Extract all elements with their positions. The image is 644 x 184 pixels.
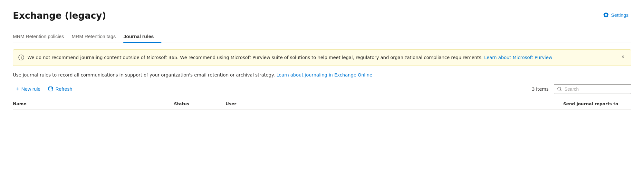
toolbar: + New rule Refresh 3 items	[13, 84, 631, 98]
header: Exchange (legacy) Settings	[13, 10, 631, 21]
column-send-to: Send journal reports to	[290, 101, 631, 106]
tab-mrm-policies[interactable]: MRM Retention policies	[13, 30, 72, 43]
tab-journal-rules[interactable]: Journal rules	[123, 30, 161, 43]
tab-mrm-tags[interactable]: MRM Retention tags	[72, 30, 123, 43]
banner-text: We do not recommend journaling content o…	[27, 54, 553, 61]
settings-label: Settings	[611, 12, 629, 18]
description: Use journal rules to record all communic…	[13, 72, 631, 78]
column-user: User	[226, 101, 290, 106]
banner-close-button[interactable]: ×	[620, 54, 626, 59]
page-title: Exchange (legacy)	[13, 10, 106, 21]
refresh-button[interactable]: Refresh	[45, 84, 76, 94]
search-icon	[557, 87, 562, 91]
gear-icon	[603, 12, 609, 18]
toolbar-left: + New rule Refresh	[13, 84, 75, 94]
column-status: Status	[174, 101, 226, 106]
search-box[interactable]	[554, 84, 631, 94]
page: Exchange (legacy) Settings MRM Retention…	[0, 0, 644, 184]
banner-link[interactable]: Learn about Microsoft Purview	[484, 55, 553, 60]
column-name: Name	[13, 101, 174, 106]
search-input[interactable]	[564, 87, 628, 92]
settings-button[interactable]: Settings	[600, 10, 631, 19]
info-banner: We do not recommend journaling content o…	[13, 49, 631, 66]
table-header: Name Status User Send journal reports to	[13, 98, 631, 110]
refresh-icon	[48, 87, 53, 92]
info-icon	[18, 55, 24, 60]
plus-icon: +	[16, 86, 20, 92]
toolbar-right: 3 items	[532, 84, 631, 94]
svg-point-1	[21, 56, 21, 56]
description-link[interactable]: Learn about journaling in Exchange Onlin…	[276, 72, 372, 77]
tabs: MRM Retention policies MRM Retention tag…	[13, 30, 631, 43]
items-count: 3 items	[532, 87, 549, 92]
new-rule-button[interactable]: + New rule	[13, 84, 44, 94]
banner-content: We do not recommend journaling content o…	[18, 54, 616, 61]
